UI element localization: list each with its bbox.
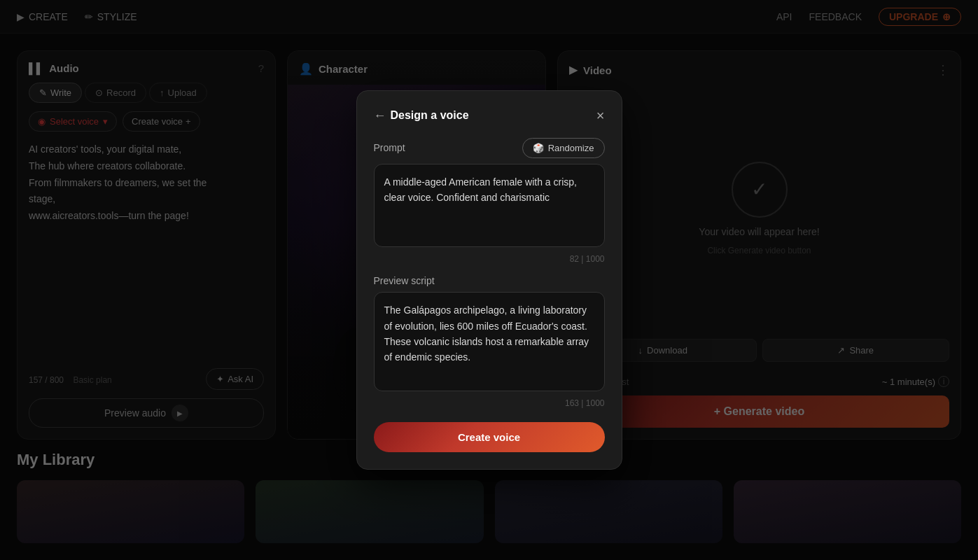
modal-header: ← Design a voice × [374, 108, 605, 124]
prompt-label: Prompt [374, 142, 405, 153]
back-arrow-icon: ← [374, 108, 386, 123]
dice-icon: 🎲 [533, 143, 544, 153]
preview-char-count: 163 | 1000 [374, 398, 605, 408]
prompt-section-header: Prompt 🎲 Randomize [374, 138, 605, 158]
prompt-char-count: 82 | 1000 [374, 254, 605, 264]
prompt-textarea[interactable]: A middle-aged American female with a cri… [374, 164, 605, 248]
modal-close-button[interactable]: × [596, 108, 605, 124]
modal-overlay[interactable]: ← Design a voice × Prompt 🎲 Randomize A … [0, 0, 978, 560]
preview-script-textarea[interactable]: The Galápagos archipelago, a living labo… [374, 292, 605, 391]
randomize-button[interactable]: 🎲 Randomize [522, 138, 605, 158]
preview-script-header: Preview script [374, 275, 605, 286]
preview-script-label: Preview script [374, 275, 435, 286]
design-voice-modal: ← Design a voice × Prompt 🎲 Randomize A … [356, 90, 622, 470]
modal-back-button[interactable]: ← Design a voice [374, 108, 469, 123]
modal-title: Design a voice [391, 109, 469, 122]
modal-create-voice-button[interactable]: Create voice [374, 422, 605, 452]
